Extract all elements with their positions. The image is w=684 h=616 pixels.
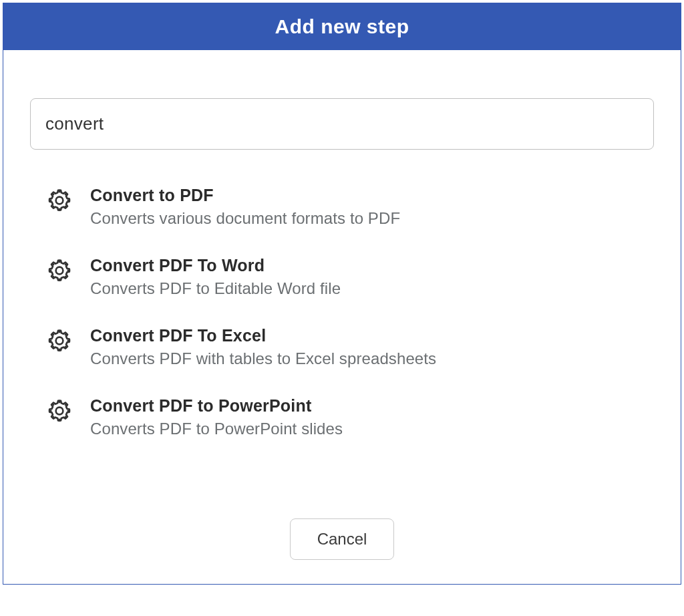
dialog-body: Convert to PDFConverts various document … xyxy=(3,50,681,510)
dialog-header: Add new step xyxy=(3,3,681,50)
cancel-button[interactable]: Cancel xyxy=(290,518,395,560)
svg-point-1 xyxy=(56,267,63,275)
result-item[interactable]: Convert PDF To WordConverts PDF to Edita… xyxy=(46,247,651,317)
result-title: Convert to PDF xyxy=(90,186,400,205)
result-description: Converts PDF with tables to Excel spread… xyxy=(90,349,436,368)
results-list[interactable]: Convert to PDFConverts various document … xyxy=(30,176,654,484)
search-wrap xyxy=(30,98,654,150)
scroll-spacer xyxy=(46,457,651,484)
svg-point-3 xyxy=(56,408,63,415)
result-text: Convert PDF To WordConverts PDF to Edita… xyxy=(90,256,341,298)
gear-icon xyxy=(46,398,73,424)
result-description: Converts PDF to Editable Word file xyxy=(90,279,341,298)
result-description: Converts various document formats to PDF xyxy=(90,209,400,228)
gear-icon xyxy=(46,257,73,284)
result-text: Convert PDF To ExcelConverts PDF with ta… xyxy=(90,326,436,368)
result-item[interactable]: Convert PDF to PowerPointConverts PDF to… xyxy=(46,387,651,457)
result-text: Convert to PDFConverts various document … xyxy=(90,186,400,228)
svg-point-2 xyxy=(56,337,63,345)
result-description: Converts PDF to PowerPoint slides xyxy=(90,420,343,438)
gear-icon xyxy=(46,187,73,214)
dialog-footer: Cancel xyxy=(3,510,681,584)
result-item[interactable]: Convert to PDFConverts various document … xyxy=(46,176,651,247)
result-title: Convert PDF To Excel xyxy=(90,326,436,345)
gear-icon xyxy=(46,327,73,354)
search-input[interactable] xyxy=(30,98,654,150)
dialog-title: Add new step xyxy=(3,15,681,38)
svg-point-0 xyxy=(56,197,63,204)
add-step-dialog: Add new step Convert to PDFConverts vari… xyxy=(3,3,681,585)
result-title: Convert PDF To Word xyxy=(90,256,341,275)
result-item[interactable]: Convert PDF To ExcelConverts PDF with ta… xyxy=(46,317,651,387)
result-text: Convert PDF to PowerPointConverts PDF to… xyxy=(90,396,343,438)
result-title: Convert PDF to PowerPoint xyxy=(90,396,343,416)
